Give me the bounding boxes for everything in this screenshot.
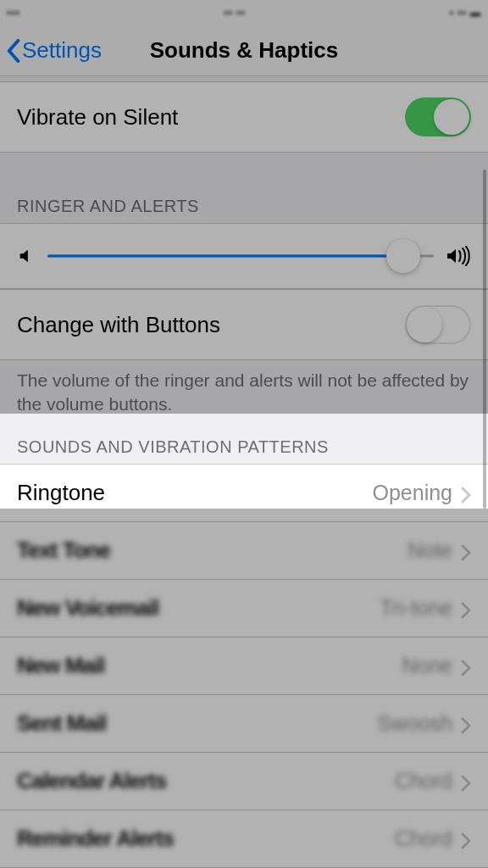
pattern-value: Chord: [395, 826, 471, 851]
pattern-label: Text Tone: [17, 537, 110, 564]
ringer-volume-row: [0, 223, 488, 289]
change-with-buttons-label: Change with Buttons: [17, 312, 220, 338]
toggle-knob: [434, 99, 469, 135]
pattern-row-text-tone[interactable]: Text ToneNote: [0, 522, 488, 580]
pattern-value: None: [402, 654, 471, 678]
pattern-label: Reminder Alerts: [17, 826, 174, 852]
pattern-label: Calendar Alerts: [17, 768, 166, 794]
ringer-footer: The volume of the ringer and alerts will…: [0, 360, 488, 429]
pattern-label: New Mail: [17, 653, 104, 679]
chevron-right-icon: [461, 599, 471, 616]
vibrate-on-silent-row: Vibrate on Silent: [0, 81, 488, 153]
chevron-right-icon: [461, 715, 471, 732]
toggle-knob: [407, 307, 442, 342]
pattern-row-ringtone[interactable]: RingtoneOpening: [0, 464, 488, 522]
vibrate-on-silent-label: Vibrate on Silent: [17, 104, 178, 131]
change-with-buttons-toggle[interactable]: [405, 305, 471, 344]
back-label: Settings: [22, 37, 102, 64]
ringer-alerts-header: RINGER AND ALERTS: [0, 188, 488, 223]
status-left: •••: [7, 7, 20, 19]
patterns-header: SOUNDS AND VIBRATION PATTERNS: [0, 429, 488, 464]
pattern-value: Note: [408, 538, 471, 563]
pattern-row-reminder-alerts[interactable]: Reminder AlertsChord: [0, 810, 488, 868]
pattern-value: Swoosh: [377, 711, 471, 736]
chevron-right-icon: [461, 772, 471, 789]
ringer-volume-slider[interactable]: [47, 241, 434, 271]
status-bar: ••• •• •• • •• ▬: [0, 0, 488, 25]
pattern-value: Chord: [395, 769, 471, 793]
chevron-right-icon: [461, 484, 471, 501]
status-right: • •• ▬: [450, 7, 481, 19]
pattern-row-calendar-alerts[interactable]: Calendar AlertsChord: [0, 753, 488, 810]
slider-fill: [47, 255, 403, 258]
patterns-list: RingtoneOpeningText ToneNoteNew Voicemai…: [0, 464, 488, 868]
vibrate-on-silent-toggle[interactable]: [405, 97, 471, 136]
pattern-row-new-mail[interactable]: New MailNone: [0, 637, 488, 695]
chevron-left-icon: [7, 39, 20, 63]
pattern-value: Opening: [372, 481, 471, 505]
change-with-buttons-row: Change with Buttons: [0, 289, 488, 360]
chevron-right-icon: [461, 542, 471, 559]
slider-thumb[interactable]: [386, 239, 420, 273]
scroll-indicator: [483, 170, 486, 509]
volume-high-icon: [446, 245, 471, 267]
pattern-label: New Voicemail: [17, 595, 158, 621]
volume-low-icon: [17, 247, 36, 265]
back-button[interactable]: Settings: [0, 37, 102, 64]
pattern-value: Tri-tone: [380, 596, 471, 620]
chevron-right-icon: [461, 657, 471, 674]
pattern-row-new-voicemail[interactable]: New VoicemailTri-tone: [0, 580, 488, 637]
pattern-label: Ringtone: [17, 480, 105, 506]
pattern-label: Sent Mail: [17, 710, 106, 737]
status-center: •• ••: [225, 7, 246, 19]
nav-bar: Settings Sounds & Haptics: [0, 25, 488, 76]
chevron-right-icon: [461, 830, 471, 847]
pattern-row-sent-mail[interactable]: Sent MailSwoosh: [0, 695, 488, 753]
